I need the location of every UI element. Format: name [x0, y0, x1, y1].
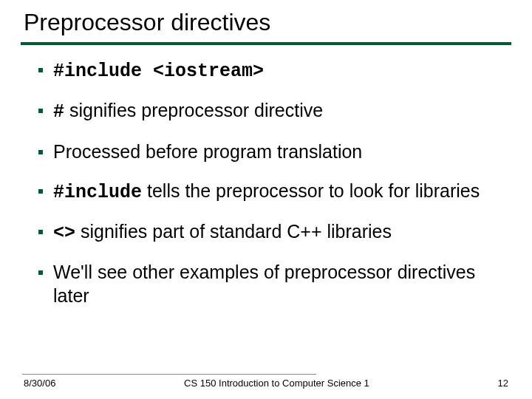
footer-page: 12 [498, 378, 508, 389]
code-text: # [53, 101, 64, 123]
bullet-text: #include <iostream> [53, 58, 264, 83]
bullet-text: <> signifies part of standard C++ librar… [53, 220, 392, 245]
bullet-icon [38, 109, 43, 113]
bullet-icon [38, 189, 43, 194]
bullet-item: Processed before program translation [38, 140, 504, 163]
footer-course: CS 150 Introduction to Computer Science … [55, 378, 497, 389]
bullet-item: #include tells the preprocessor to look … [38, 180, 504, 204]
content-area: #include <iostream> # signifies preproce… [21, 45, 511, 307]
bullet-text: We'll see other examples of preprocessor… [53, 261, 504, 307]
slide: Preprocessor directives #include <iostre… [0, 0, 532, 399]
bullet-icon [38, 68, 43, 72]
bullet-icon [38, 270, 43, 275]
plain-text: signifies preprocessor directive [64, 100, 323, 120]
code-text: #include [53, 182, 142, 203]
plain-text: signifies part of standard C++ libraries [75, 221, 392, 242]
bullet-text: # signifies preprocessor directive [53, 99, 323, 123]
bullet-text: Processed before program translation [53, 140, 362, 163]
plain-text: tells the preprocessor to look for libra… [142, 180, 480, 201]
bullet-text: #include tells the preprocessor to look … [53, 180, 480, 204]
bullet-item: We'll see other examples of preprocessor… [38, 261, 504, 307]
slide-title: Preprocessor directives [21, 9, 511, 41]
footer-date: 8/30/06 [24, 378, 55, 389]
code-text: <> [53, 222, 75, 244]
footer-divider [22, 374, 316, 375]
footer-row: 8/30/06 CS 150 Introduction to Computer … [21, 378, 511, 389]
bullet-icon [38, 150, 43, 154]
bullet-icon [38, 230, 43, 234]
bullet-item: <> signifies part of standard C++ librar… [38, 220, 504, 245]
bullet-item: #include <iostream> [38, 58, 504, 83]
footer: 8/30/06 CS 150 Introduction to Computer … [0, 374, 532, 389]
code-text: #include <iostream> [53, 61, 264, 82]
bullet-item: # signifies preprocessor directive [38, 99, 504, 123]
